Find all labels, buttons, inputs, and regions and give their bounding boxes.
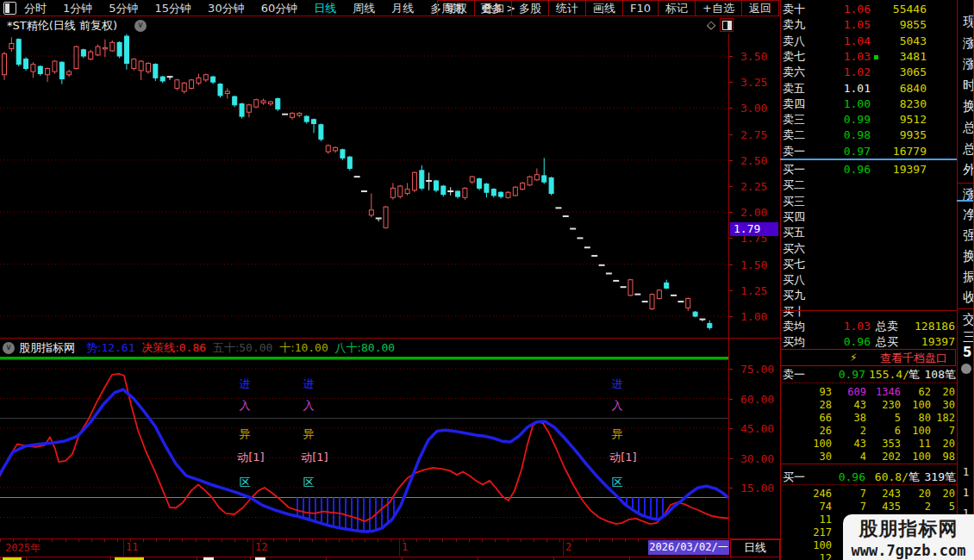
minor-tick — [521, 539, 521, 542]
date-label: 2025年 — [5, 541, 41, 556]
bottom-cell-border — [629, 557, 630, 560]
minor-tick — [326, 539, 327, 542]
h-border — [0, 338, 780, 339]
level-price: 1.06 — [826, 2, 871, 17]
orderbook-sell-row[interactable]: 卖五1.016840 — [783, 81, 955, 96]
stat-per-unit: 笔 — [908, 470, 920, 484]
tab-60分钟[interactable]: 60分钟 — [261, 1, 298, 16]
strip-circle-icon[interactable] — [961, 364, 971, 374]
stat-count: 319 — [921, 470, 945, 484]
tab-30分钟[interactable]: 30分钟 — [208, 1, 245, 16]
strip-h-border — [957, 183, 973, 184]
toolbar-多股[interactable]: 多股 — [511, 0, 548, 16]
bottom-cell-border — [197, 557, 197, 560]
sell-detail-cell: 98 — [912, 451, 955, 463]
minor-tick — [91, 539, 92, 542]
toolbar-返回[interactable]: 返回 — [741, 0, 779, 16]
panel-toggle-icon[interactable] — [720, 18, 734, 32]
tab-日线[interactable]: 日线 — [314, 1, 336, 16]
tab-周线[interactable]: 周线 — [353, 1, 375, 16]
orderbook-sell-row[interactable]: 卖六1.023065 — [783, 65, 955, 80]
bottom-cell-border — [553, 557, 554, 560]
level-price: 0.96 — [826, 162, 871, 177]
orderbook-sell-row[interactable]: 卖三0.999512 — [783, 112, 955, 128]
candlestick-chart[interactable] — [0, 34, 728, 339]
indicator-name: 股朋指标网 — [19, 340, 75, 356]
summary-label: 卖均 — [783, 319, 805, 334]
tab-5分钟[interactable]: 5分钟 — [109, 1, 138, 16]
minor-tick — [209, 539, 209, 542]
orderbook-sell-row[interactable]: 卖七1.033481 — [783, 49, 955, 65]
minor-tick — [469, 539, 470, 542]
green-line — [0, 357, 728, 358]
price-tick-label: 3.50 — [740, 50, 767, 63]
minor-tick — [169, 539, 170, 542]
orderbook-buy-row[interactable]: 买八 — [783, 272, 955, 288]
toolbar-叠加[interactable]: 叠加 — [474, 0, 511, 16]
orderbook-summary-row: 卖均1.03总卖128186 — [783, 319, 955, 333]
level-label: 卖一 — [783, 144, 805, 159]
level-label: 卖三 — [783, 112, 805, 128]
period-box[interactable]: 日线 — [730, 539, 780, 557]
toolbar-画线[interactable]: 画线 — [585, 0, 622, 16]
orderbook-buy-row[interactable]: 买六 — [783, 241, 955, 257]
minor-tick — [546, 539, 547, 542]
date-label: 2 — [565, 541, 571, 553]
annotation-char: 异 — [604, 426, 630, 442]
strip-blue-line — [957, 200, 973, 202]
sell-detail-cell: 182 — [912, 412, 955, 424]
orderbook-buy-row[interactable]: 买三 — [783, 194, 955, 209]
collapse-chevron-icon[interactable]: ∨ — [134, 20, 147, 32]
toolbar-F10[interactable]: F10 — [622, 0, 658, 16]
orderbook-buy-row[interactable]: 买五 — [783, 225, 955, 240]
tab-1分钟[interactable]: 1分钟 — [63, 1, 92, 16]
tab-分时[interactable]: 分时 — [24, 1, 47, 16]
window-icon[interactable] — [3, 2, 16, 15]
orderbook-buy-row[interactable]: 买十 — [783, 304, 955, 320]
level-lookup-button[interactable]: ⚡ 查看千档盘口 — [780, 349, 956, 366]
stat-per-unit: 笔 — [908, 367, 920, 382]
toolbar-统计[interactable]: 统计 — [548, 0, 585, 16]
orderbook-sell-row[interactable]: 卖十1.0655446 — [783, 2, 955, 17]
level-label: 卖八 — [783, 34, 805, 49]
indicator-tick-label: 30.00 — [740, 452, 774, 465]
side-strip[interactable]: 现涨涨时换总总外涨净强换振收交三511111 — [958, 0, 974, 560]
tab-15分钟[interactable]: 15分钟 — [155, 1, 192, 16]
orderbook-buy-row[interactable]: 买一0.9619397 — [783, 162, 955, 177]
orderbook-buy-row[interactable]: 买七 — [783, 257, 955, 272]
level-label: 卖九 — [783, 17, 805, 33]
annotation-char: 进 — [232, 376, 258, 392]
level-label: 买二 — [783, 177, 805, 193]
orderbook-sell-row[interactable]: 卖九1.059855 — [783, 17, 955, 33]
sell-detail-cell: 7 — [912, 425, 955, 437]
level-price: 0.98 — [826, 128, 871, 143]
tab-月线[interactable]: 月线 — [391, 1, 414, 16]
summary-volume: 128186 — [903, 319, 955, 334]
date-label: 11 — [126, 541, 138, 553]
orderbook-sell-row[interactable]: 卖八1.045043 — [783, 34, 955, 49]
level-volume: 6840 — [873, 81, 927, 96]
toolbar: 复权叠加多股统计画线F10标记+自选返回 — [437, 0, 779, 16]
orderbook-buy-row[interactable]: 买二 — [783, 177, 955, 193]
price-tick-label: 1.25 — [740, 284, 767, 297]
level-label: 卖五 — [783, 81, 805, 96]
level-price: 1.01 — [826, 81, 871, 96]
orderbook-sell-row[interactable]: 卖二0.989935 — [783, 128, 955, 143]
orderbook-buy-row[interactable]: 买九 — [783, 288, 955, 303]
minor-tick — [156, 539, 157, 542]
summary-volume: 19397 — [903, 334, 955, 350]
orderbook-sell-row[interactable]: 卖一0.9716779 — [783, 144, 955, 159]
minor-tick — [339, 539, 340, 542]
annotation-char: 入 — [232, 398, 258, 414]
minor-tick — [222, 539, 222, 542]
toolbar-标记[interactable]: 标记 — [658, 0, 695, 16]
orderbook-buy-row[interactable]: 买四 — [783, 209, 955, 225]
toolbar-复权[interactable]: 复权 — [437, 0, 474, 16]
indicator-collapse-icon[interactable]: ∨ — [3, 342, 15, 354]
level-label: 卖二 — [783, 128, 805, 143]
annotation-char: 动[1] — [232, 450, 270, 465]
toolbar-+自选[interactable]: +自选 — [695, 0, 741, 16]
orderbook-sell-row[interactable]: 卖四1.008230 — [783, 96, 955, 112]
v-border — [780, 0, 781, 560]
diamond-icon[interactable]: ◇ — [707, 18, 715, 31]
